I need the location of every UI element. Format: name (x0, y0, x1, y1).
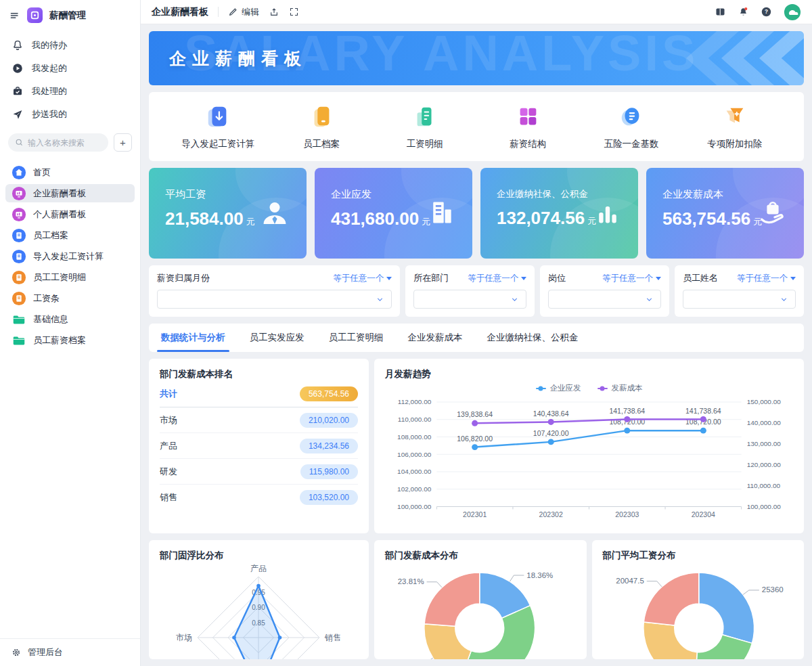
svg-text:202302: 202302 (539, 511, 563, 518)
gear-icon (11, 647, 22, 658)
app-title: 薪酬管理 (49, 9, 86, 22)
legend-item-payroll-cost[interactable]: 发薪成本 (597, 383, 643, 393)
avatar[interactable] (784, 3, 801, 21)
svg-text:140,000.00: 140,000.00 (747, 419, 782, 426)
sidebar-search: + (0, 127, 140, 158)
filter-operator-dropdown[interactable]: 等于任意一个 (468, 273, 526, 284)
tab-statistics-analysis[interactable]: 数据统计与分析 (161, 324, 225, 352)
quicklink-salary-structure[interactable]: 薪资结构 (476, 103, 580, 152)
document-icon (12, 291, 26, 306)
filter-select[interactable] (157, 290, 392, 309)
total-badge: 563,754.56 (300, 386, 358, 401)
sidebar-item-cc-to-me[interactable]: 抄送我的 (0, 103, 140, 126)
ranking-row: 产品 134,234.56 (160, 433, 358, 459)
import-calc-icon (205, 104, 231, 133)
salary-app: 薪酬管理 我的待办 我发起的 我处理的 抄送我的 (0, 0, 812, 666)
sidebar-header: 薪酬管理 (0, 0, 140, 30)
ranking-total-row: 共计 563,754.56 (160, 380, 358, 407)
svg-text:20.57%: 20.57% (388, 658, 414, 659)
sidebar-item-personal-dashboard[interactable]: 个人薪酬看板 (5, 205, 135, 223)
fullscreen-icon[interactable] (289, 7, 299, 17)
filter-select[interactable] (548, 290, 661, 309)
briefcase-check-icon (12, 85, 24, 97)
quicklink-insurance-base[interactable]: 五险一金基数 (580, 103, 683, 152)
filter-select[interactable] (413, 290, 526, 309)
quicklink-special-deduction[interactable]: 专项附加扣除 (683, 103, 786, 152)
filter-select[interactable] (683, 290, 796, 309)
home-icon (12, 165, 26, 180)
svg-text:202304: 202304 (692, 511, 715, 518)
chart-legend: 企业应发 发薪成本 (385, 382, 793, 395)
svg-text:20047.5: 20047.5 (616, 577, 644, 585)
svg-text:销售: 销售 (324, 633, 341, 642)
filter-operator-dropdown[interactable]: 等于任意一个 (737, 273, 796, 284)
sidebar-item-salary-details[interactable]: 员工工资明细 (5, 268, 135, 286)
filter-department: 所在部门 等于任意一个 (405, 265, 535, 317)
sidebar-item-payslip[interactable]: 工资条 (5, 289, 135, 307)
sidebar-item-my-todo[interactable]: 我的待办 (0, 34, 140, 57)
legend-item-company-payable[interactable]: 企业应发 (536, 383, 581, 393)
sidebar-item-import-payroll-calc[interactable]: 导入发起工资计算 (5, 247, 135, 265)
chevron-down-icon (645, 295, 654, 304)
quicklink-import-payroll-calc[interactable]: 导入发起工资计算 (166, 103, 270, 152)
svg-text:106,000.00: 106,000.00 (397, 451, 432, 458)
building-icon (428, 199, 456, 227)
sidebar-item-home[interactable]: 首页 (5, 163, 135, 181)
admin-console-link[interactable]: 管理后台 (0, 638, 140, 666)
share-icon[interactable] (269, 7, 279, 18)
filter-operator-dropdown[interactable]: 等于任意一个 (602, 273, 661, 284)
salary-detail-icon (412, 104, 438, 133)
sidebar-item-salary-archives[interactable]: 员工薪资档案 (5, 331, 135, 349)
filter-salary-month: 薪资归属月份 等于任意一个 (149, 265, 400, 317)
tab-social-insurance[interactable]: 企业缴纳社保、公积金 (487, 324, 579, 352)
svg-text:202303: 202303 (615, 511, 639, 518)
folder-icon (12, 333, 26, 348)
edit-button[interactable]: 编辑 (228, 6, 259, 18)
sidebar-item-employee-files[interactable]: 员工档案 (5, 226, 135, 244)
quicklink-employee-files[interactable]: 员工档案 (270, 103, 374, 152)
sidebar-item-my-initiated[interactable]: 我发起的 (0, 57, 140, 80)
special-deduction-icon (722, 104, 748, 133)
filter-position: 岗位 等于任意一个 (540, 265, 669, 317)
panel-toggle-icon[interactable] (715, 6, 726, 18)
svg-text:112,000.00: 112,000.00 (398, 398, 432, 405)
help-icon[interactable]: ? (761, 6, 772, 18)
search-field[interactable] (8, 133, 108, 152)
avg-salary-distribution-panel: 部门平均工资分布 253602206020047.5 (592, 540, 805, 659)
sidebar-item-company-dashboard[interactable]: 企业薪酬看板 (5, 184, 135, 202)
svg-text:102,000.00: 102,000.00 (397, 485, 432, 493)
tab-payroll-cost[interactable]: 企业发薪成本 (408, 324, 463, 352)
tab-salary-details[interactable]: 员工工资明细 (329, 324, 384, 352)
stat-card-company-payable: 企业应发 431,680.00元 (315, 168, 472, 259)
dashboard-icon (12, 186, 26, 201)
filter-operator-dropdown[interactable]: 等于任意一个 (333, 273, 392, 284)
quicklink-salary-details[interactable]: 工资明细 (373, 103, 476, 152)
insurance-base-icon (618, 104, 644, 133)
svg-text:141,738.64: 141,738.64 (685, 407, 721, 414)
svg-text:130,000.00: 130,000.00 (747, 440, 782, 447)
bottom-row: 部门固浮比分布 0.950.900.85产品销售研发市场 部门发薪成本分布 18… (149, 540, 804, 659)
document-icon (12, 228, 26, 243)
sidebar-item-my-processed[interactable]: 我处理的 (0, 80, 140, 103)
svg-text:25360: 25360 (761, 585, 783, 594)
sidebar-item-basic-info[interactable]: 基础信息 (5, 310, 135, 328)
play-icon (12, 62, 24, 74)
stat-card-social-insurance: 企业缴纳社保、公积金 132,074.56元 (480, 168, 638, 259)
add-button[interactable]: + (114, 133, 132, 152)
quick-actions: 我的待办 我发起的 我处理的 抄送我的 (0, 30, 140, 127)
svg-text:110,000.00: 110,000.00 (398, 416, 432, 423)
svg-text:市场: 市场 (176, 633, 192, 642)
notifications-bell-icon[interactable] (738, 6, 749, 18)
menu-toggle-icon[interactable] (9, 10, 20, 21)
tab-actual-vs-payable[interactable]: 员工实发应发 (250, 324, 304, 352)
svg-text:104,000.00: 104,000.00 (397, 468, 432, 475)
search-input[interactable] (28, 138, 102, 148)
fixed-float-ratio-panel: 部门固浮比分布 0.950.900.85产品销售研发市场 (149, 540, 369, 659)
value-badge: 134,234.56 (300, 439, 358, 453)
dashboard-content: SALARY ANALYSIS 企业薪酬看板 导入发起工资计算 员工档案 (141, 24, 812, 666)
svg-text:140,438.64: 140,438.64 (533, 409, 569, 417)
trend-line-chart: 100,000.00102,000.00104,000.00106,000.00… (385, 395, 793, 524)
svg-text:?: ? (765, 9, 768, 15)
salary-structure-icon (515, 104, 541, 133)
send-icon (12, 108, 24, 120)
